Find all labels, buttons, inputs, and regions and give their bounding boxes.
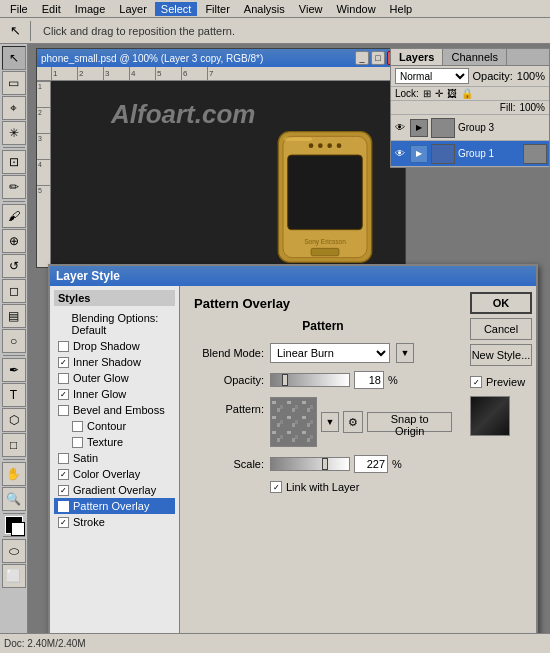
tool-path[interactable]: ⬡ [2, 408, 26, 432]
preview-row: Preview [470, 376, 532, 388]
tool-move[interactable]: ↖ [2, 46, 26, 70]
tool-brush[interactable]: 🖌 [2, 204, 26, 228]
tab-channels[interactable]: Channels [443, 49, 506, 65]
style-color-overlay[interactable]: Color Overlay [54, 466, 175, 482]
checkbox-texture[interactable] [72, 437, 83, 448]
toolbar-separator [30, 21, 31, 41]
scale-slider-container: % [270, 455, 402, 473]
link-layer-checkbox[interactable] [270, 481, 282, 493]
style-pattern-overlay[interactable]: Pattern Overlay [54, 498, 175, 514]
tool-zoom[interactable]: 🔍 [2, 487, 26, 511]
menubar: File Edit Image Layer Select Filter Anal… [0, 0, 550, 18]
cancel-button[interactable]: Cancel [470, 318, 532, 340]
menu-image[interactable]: Image [69, 2, 112, 16]
checkbox-inner-shadow[interactable] [58, 357, 69, 368]
style-drop-shadow[interactable]: Drop Shadow [54, 338, 175, 354]
tool-lasso[interactable]: ⌖ [2, 96, 26, 120]
style-gradient-overlay[interactable]: Gradient Overlay [54, 482, 175, 498]
tool-eyedropper[interactable]: ✏ [2, 175, 26, 199]
style-inner-glow[interactable]: Inner Glow [54, 386, 175, 402]
tool-panel: ↖ ▭ ⌖ ✳ ⊡ ✏ 🖌 ⊕ ↺ ◻ ▤ ○ ✒ T ⬡ □ ✋ 🔍 ⬭ ⬜ [0, 44, 28, 633]
checkbox-satin[interactable] [58, 453, 69, 464]
pattern-options-btn[interactable]: ⚙ [343, 411, 364, 433]
doc-maximize-btn[interactable]: □ [371, 51, 385, 65]
menu-select[interactable]: Select [155, 2, 198, 16]
menu-layer[interactable]: Layer [113, 2, 153, 16]
ruler-v-2: 2 [37, 107, 50, 133]
style-stroke[interactable]: Stroke [54, 514, 175, 530]
pattern-dropdown-arrow[interactable]: ▼ [321, 412, 338, 432]
ruler-v-1: 1 [37, 81, 50, 107]
tab-layers[interactable]: Layers [391, 49, 443, 65]
preview-checkbox[interactable] [470, 376, 482, 388]
tool-pen[interactable]: ✒ [2, 358, 26, 382]
checkbox-bevel-emboss[interactable] [58, 405, 69, 416]
doc-minimize-btn[interactable]: _ [355, 51, 369, 65]
snap-to-origin-btn[interactable]: Snap to Origin [367, 412, 452, 432]
checkbox-outer-glow[interactable] [58, 373, 69, 384]
layers-lock-label: Lock: [395, 88, 419, 99]
tool-text[interactable]: T [2, 383, 26, 407]
tool-crop[interactable]: ⊡ [2, 150, 26, 174]
style-inner-shadow[interactable]: Inner Shadow [54, 354, 175, 370]
checkbox-inner-glow[interactable] [58, 389, 69, 400]
tool-shape[interactable]: □ [2, 433, 26, 457]
tool-dodge[interactable]: ○ [2, 329, 26, 353]
menu-help[interactable]: Help [384, 2, 419, 16]
pattern-preview-swatch[interactable] [270, 397, 317, 447]
layer-item-group1[interactable]: 👁 ▶ Group 1 [391, 141, 549, 167]
style-outer-glow[interactable]: Outer Glow [54, 370, 175, 386]
menu-analysis[interactable]: Analysis [238, 2, 291, 16]
layer-item-group3[interactable]: 👁 ▶ Group 3 [391, 115, 549, 141]
menu-filter[interactable]: Filter [199, 2, 235, 16]
style-texture[interactable]: Texture [54, 434, 175, 450]
new-style-button[interactable]: New Style... [470, 344, 532, 366]
tool-screen-mode[interactable]: ⬜ [2, 564, 26, 588]
doc-title-text: phone_small.psd @ 100% (Layer 3 copy, RG… [41, 53, 263, 64]
checkbox-pattern-overlay[interactable] [58, 501, 69, 512]
opacity-value-input[interactable] [354, 371, 384, 389]
tool-separator-4 [3, 459, 25, 460]
layers-blend-mode-select[interactable]: Normal [395, 68, 469, 84]
scale-value-input[interactable] [354, 455, 388, 473]
layer-eye-group1[interactable]: 👁 [393, 147, 407, 161]
tool-hand[interactable]: ✋ [2, 462, 26, 486]
menu-edit[interactable]: Edit [36, 2, 67, 16]
menu-window[interactable]: Window [330, 2, 381, 16]
tool-history[interactable]: ↺ [2, 254, 26, 278]
style-satin[interactable]: Satin [54, 450, 175, 466]
layers-lock-row: Lock: ⊞ ✛ 🖼 🔒 [391, 87, 549, 101]
ruler-mark-3: 3 [103, 67, 129, 81]
checkbox-gradient-overlay[interactable] [58, 485, 69, 496]
svg-point-4 [318, 143, 323, 148]
style-contour[interactable]: Contour [54, 418, 175, 434]
style-bevel-emboss[interactable]: Bevel and Emboss [54, 402, 175, 418]
style-label-blending: Blending Options: Default [72, 312, 171, 336]
checkbox-drop-shadow[interactable] [58, 341, 69, 352]
checkbox-contour[interactable] [72, 421, 83, 432]
tool-clone[interactable]: ⊕ [2, 229, 26, 253]
tool-select-rect[interactable]: ▭ [2, 71, 26, 95]
tool-eraser[interactable]: ◻ [2, 279, 26, 303]
canvas-content: Alfoart.com Sony Ericss [51, 81, 405, 267]
checkbox-color-overlay[interactable] [58, 469, 69, 480]
style-blending-options[interactable]: Blending Options: Default [54, 310, 175, 338]
ok-button[interactable]: OK [470, 292, 532, 314]
layer-name-group3: Group 3 [458, 122, 547, 133]
menu-file[interactable]: File [4, 2, 34, 16]
tool-gradient[interactable]: ▤ [2, 304, 26, 328]
svg-point-6 [337, 143, 342, 148]
scale-slider[interactable] [270, 457, 350, 471]
checkbox-stroke[interactable] [58, 517, 69, 528]
opacity-slider[interactable] [270, 373, 350, 387]
blend-mode-select[interactable]: Linear Burn [270, 343, 390, 363]
layer-eye-group3[interactable]: 👁 [393, 121, 407, 135]
move-tool-btn[interactable]: ↖ [4, 20, 26, 42]
style-label-contour: Contour [87, 420, 126, 432]
tool-quick-mask[interactable]: ⬭ [2, 539, 26, 563]
blend-mode-arrow[interactable]: ▼ [396, 343, 414, 363]
tool-foreground-color[interactable] [5, 516, 23, 534]
tool-magic-wand[interactable]: ✳ [2, 121, 26, 145]
panel-subtitle: Pattern [194, 319, 452, 333]
menu-view[interactable]: View [293, 2, 329, 16]
